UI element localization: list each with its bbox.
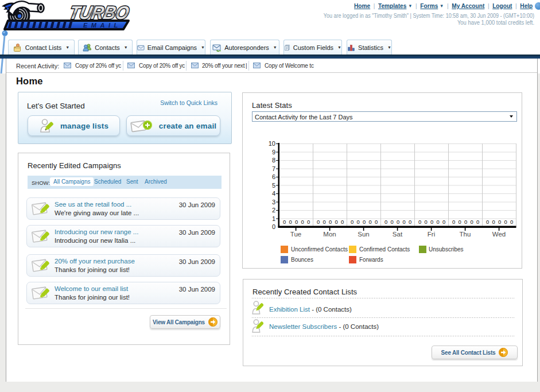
svg-text:0: 0 (307, 219, 310, 225)
svg-text:0: 0 (283, 219, 286, 225)
svg-text:Tue: Tue (290, 231, 301, 238)
svg-text:2: 2 (272, 207, 275, 214)
svg-text:Fri: Fri (428, 231, 435, 238)
svg-text:0: 0 (295, 219, 298, 225)
svg-text:Wed: Wed (492, 231, 506, 238)
svg-text:Thu: Thu (460, 231, 471, 238)
svg-text:Mon: Mon (323, 231, 336, 238)
svg-text:0: 0 (289, 219, 292, 225)
svg-text:EMAIL: EMAIL (83, 22, 122, 29)
svg-text:1: 1 (272, 215, 275, 222)
svg-text:6: 6 (272, 173, 275, 180)
svg-text:0: 0 (301, 219, 304, 225)
svg-text:10: 10 (269, 140, 275, 147)
svg-text:Sun: Sun (358, 231, 369, 238)
svg-text:Sat: Sat (393, 231, 403, 238)
svg-text:4: 4 (272, 190, 275, 197)
svg-text:7: 7 (272, 165, 275, 172)
svg-text:5: 5 (272, 182, 275, 189)
svg-text:0: 0 (272, 223, 275, 230)
svg-text:9: 9 (272, 149, 275, 156)
svg-text:3: 3 (272, 199, 275, 205)
svg-text:8: 8 (272, 157, 275, 164)
